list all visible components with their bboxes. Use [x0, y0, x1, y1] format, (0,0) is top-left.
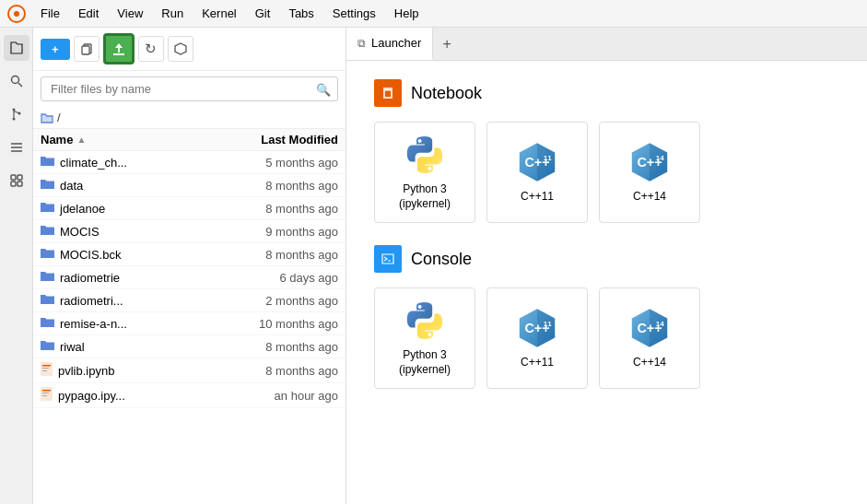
- console-kernel-grid: Python 3(ipykernel) C++: [374, 287, 839, 389]
- file-modified: 5 months ago: [218, 156, 338, 170]
- file-row[interactable]: pypago.ipy...an hour ago: [33, 383, 346, 408]
- file-row[interactable]: data8 months ago: [33, 174, 346, 197]
- folder-icon: [41, 293, 54, 308]
- menu-git[interactable]: Git: [248, 5, 278, 22]
- console-python3-card[interactable]: Python 3(ipykernel): [374, 287, 475, 389]
- notebook-icon: [41, 362, 53, 379]
- svg-rect-12: [11, 175, 16, 180]
- console-cpp14-label: C++14: [633, 356, 666, 370]
- activity-extensions[interactable]: [4, 168, 29, 193]
- console-python3-label: Python 3(ipykernel): [399, 348, 451, 377]
- file-modified: 6 days ago: [218, 271, 338, 285]
- svg-point-4: [12, 109, 15, 111]
- menu-tabs[interactable]: Tabs: [281, 5, 321, 22]
- tab-launcher[interactable]: ⧉ Launcher: [346, 28, 433, 60]
- svg-rect-24: [42, 390, 51, 392]
- notebook-cpp11-card[interactable]: C++ 11 C++11: [486, 122, 588, 223]
- activity-search[interactable]: [4, 68, 29, 94]
- search-input[interactable]: [41, 76, 338, 101]
- svg-rect-21: [42, 368, 49, 369]
- search-icon: 🔍: [316, 82, 331, 96]
- file-list: climate_ch...5 months agodata8 months ag…: [33, 151, 346, 504]
- notebook-kernel-grid: Python 3(ipykernel) C++: [374, 122, 839, 223]
- file-row[interactable]: MOCIS.bck8 months ago: [33, 243, 346, 266]
- refresh-button[interactable]: ↻: [138, 36, 164, 62]
- folder-icon: [41, 201, 54, 216]
- menu-bar: File Edit View Run Kernel Git Tabs Setti…: [0, 0, 867, 28]
- search-bar: 🔍: [41, 76, 338, 101]
- console-cpp14-card[interactable]: C++ 14 C++14: [599, 287, 700, 389]
- menu-kernel[interactable]: Kernel: [194, 5, 244, 22]
- copy-button[interactable]: [74, 36, 100, 62]
- menu-view[interactable]: View: [110, 5, 150, 22]
- activity-files[interactable]: [4, 35, 29, 61]
- console-section-label: Console: [411, 250, 472, 269]
- svg-text:14: 14: [656, 154, 664, 162]
- file-row[interactable]: climate_ch...5 months ago: [33, 151, 346, 174]
- sort-icon: ▲: [76, 135, 86, 145]
- svg-marker-18: [175, 43, 186, 54]
- menu-edit[interactable]: Edit: [71, 5, 106, 22]
- file-modified: 8 months ago: [218, 364, 338, 378]
- notebook-python3-label: Python 3(ipykernel): [399, 182, 451, 211]
- menu-settings[interactable]: Settings: [325, 5, 383, 22]
- notebook-cpp14-card[interactable]: C++ 14 C++14: [599, 122, 700, 223]
- app-logo: [7, 5, 26, 23]
- file-row[interactable]: pvlib.ipynb8 months ago: [33, 358, 346, 383]
- svg-line-8: [14, 111, 19, 114]
- main-layout: + ↻ 🔍: [0, 28, 867, 504]
- notebook-section-title: Notebook: [374, 79, 839, 107]
- file-row[interactable]: jdelanoe8 months ago: [33, 197, 346, 220]
- file-row[interactable]: radiometrie6 days ago: [33, 266, 346, 289]
- svg-line-3: [18, 83, 22, 87]
- svg-rect-27: [385, 89, 391, 91]
- menu-file[interactable]: File: [33, 5, 67, 22]
- tab-add-button[interactable]: +: [433, 28, 461, 60]
- svg-rect-23: [41, 387, 53, 401]
- activity-list[interactable]: [4, 135, 29, 160]
- folder-icon: [41, 339, 54, 354]
- file-row[interactable]: riwal8 months ago: [33, 335, 346, 358]
- file-modified: 8 months ago: [218, 179, 338, 193]
- file-list-header: Name ▲ Last Modified: [33, 128, 346, 151]
- notebook-icon: [41, 387, 53, 404]
- file-modified: an hour ago: [218, 389, 338, 403]
- file-modified: 10 months ago: [218, 317, 338, 331]
- file-modified: 2 months ago: [218, 294, 338, 308]
- activity-bar: [0, 28, 33, 504]
- console-section-icon: [374, 245, 402, 273]
- folder-icon: [41, 178, 54, 193]
- file-name: pypago.ipy...: [58, 389, 218, 403]
- tab-bar: ⧉ Launcher +: [346, 28, 867, 61]
- file-row[interactable]: MOCIS9 months ago: [33, 220, 346, 243]
- file-name: MOCIS: [60, 225, 218, 239]
- file-name: jdelanoe: [60, 202, 218, 216]
- svg-text:11: 11: [544, 154, 552, 162]
- file-row[interactable]: radiometri...2 months ago: [33, 289, 346, 312]
- new-button[interactable]: +: [41, 39, 70, 60]
- launcher-content: Notebook: [346, 61, 867, 504]
- notebook-python3-card[interactable]: Python 3(ipykernel): [374, 122, 475, 223]
- file-modified: 8 months ago: [218, 340, 338, 354]
- file-modified: 8 months ago: [218, 202, 338, 216]
- activity-git[interactable]: [4, 101, 29, 127]
- file-name: climate_ch...: [60, 156, 218, 170]
- svg-rect-14: [11, 182, 16, 186]
- breadcrumb-path: /: [57, 111, 61, 124]
- menu-run[interactable]: Run: [154, 5, 191, 22]
- clear-button[interactable]: [168, 36, 193, 62]
- file-toolbar: + ↻: [33, 28, 346, 71]
- folder-icon: [41, 224, 54, 239]
- console-cpp11-card[interactable]: C++ 11 C++11: [486, 287, 588, 389]
- file-name: remise-a-n...: [60, 317, 218, 331]
- notebook-cpp11-label: C++11: [521, 190, 554, 205]
- file-row[interactable]: remise-a-n...10 months ago: [33, 312, 346, 335]
- file-modified: 8 months ago: [218, 248, 338, 262]
- svg-point-1: [14, 11, 19, 17]
- upload-button[interactable]: [103, 33, 135, 64]
- menu-help[interactable]: Help: [387, 5, 427, 22]
- svg-rect-20: [42, 365, 51, 367]
- svg-rect-15: [18, 182, 22, 186]
- svg-rect-16: [82, 46, 89, 54]
- file-name: radiometrie: [60, 271, 218, 285]
